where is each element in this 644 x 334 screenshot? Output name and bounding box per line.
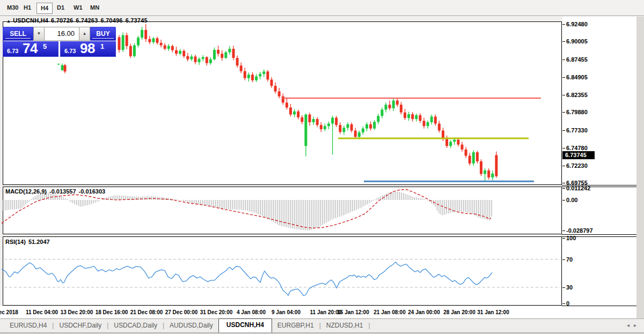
- time-axis-label: 4 Jan 08:00: [237, 309, 266, 315]
- one-click-trade-panel: SELL ▼ 16.00 ▲ BUY 6.73 74 5 6.73 98 1: [3, 27, 116, 57]
- price-axis-label: 6.92480: [566, 21, 588, 27]
- rsi-axis-label: 70: [566, 256, 573, 263]
- chart-title: ▲USDCNH,H46.707266.742636.704966.73745: [6, 17, 150, 24]
- time-axis-label: 13 Dec 20:00: [61, 309, 93, 315]
- time-axis-label: 11 Dec 04:00: [26, 309, 58, 315]
- window-edge-strip: [636, 16, 644, 318]
- price-axis-tick: [562, 24, 565, 25]
- price-axis-label: 6.74780: [566, 145, 588, 151]
- tab-separator: |: [368, 322, 370, 332]
- rsi-axis-tick: [562, 238, 565, 239]
- timeframe-button-mn[interactable]: MN: [86, 3, 103, 14]
- sell-price-base: 6.73: [7, 48, 18, 54]
- time-axis-label: 18 Dec 16:00: [96, 309, 128, 315]
- symbol-name: USDCNH,H4: [13, 17, 48, 24]
- sell-price-point: 5: [43, 42, 47, 50]
- chart-tab-usdcnh-h4[interactable]: USDCNH,H4: [218, 318, 272, 332]
- rsi-axis-label: 100: [566, 235, 576, 241]
- chart-tab-usdcad-daily[interactable]: USDCAD,Daily: [108, 320, 163, 332]
- price-axis-tick: [562, 41, 565, 42]
- volume-input[interactable]: 16.00: [45, 27, 79, 41]
- price-axis-label: 6.72230: [566, 162, 588, 169]
- rsi-name: RSI(14): [5, 239, 26, 245]
- chart-tab-eurusd-h4[interactable]: EURUSD,H4: [4, 320, 52, 332]
- macd-axis-tick: [562, 188, 565, 189]
- rsi-label: RSI(14)51.2047: [5, 239, 53, 245]
- buy-price-pips: 98: [80, 40, 95, 57]
- rsi-value: 51.2047: [28, 239, 50, 245]
- price-axis-label: 6.82355: [566, 92, 588, 98]
- buy-quote[interactable]: 6.73 98 1: [60, 41, 116, 57]
- high-value: 6.74263: [76, 17, 98, 24]
- price-axis-tick: [562, 112, 565, 113]
- macd-value-1: -0.013557: [49, 188, 76, 195]
- open-value: 6.70726: [51, 17, 73, 24]
- chart-tab-bar: EURUSD,H4|USDCHF,Daily|USDCAD,Daily|AUDU…: [0, 318, 644, 332]
- price-axis-tick: [562, 60, 565, 60]
- macd-axis-tick: [562, 200, 565, 201]
- timeframe-button-w1[interactable]: W1: [70, 3, 86, 14]
- macd-axis-label: 0.00: [566, 197, 577, 203]
- toolbar-divider: [0, 16, 644, 17]
- macd-axis-tick: [562, 231, 565, 231]
- timeframe-toolbar: M30H1H4D1W1MN: [0, 0, 644, 16]
- low-value: 6.70496: [100, 17, 122, 24]
- price-axis-label: 6.87455: [566, 56, 588, 63]
- macd-axis-label: -0.028797: [566, 227, 593, 234]
- time-axis-label: 31 Dec 20:00: [200, 309, 233, 315]
- tab-scroll-right-icon[interactable]: ▸: [634, 322, 641, 328]
- time-axis-label: 6 Dec 2018: [0, 309, 18, 315]
- buy-price-point: 1: [100, 42, 104, 50]
- chart-tab-eurgbp-h1[interactable]: EURGBP,H1: [272, 320, 319, 332]
- time-axis: 6 Dec 201811 Dec 04:0013 Dec 20:0018 Dec…: [0, 306, 636, 318]
- timeframe-button-d1[interactable]: D1: [53, 3, 68, 14]
- rsi-axis-label: 0: [566, 300, 569, 307]
- price-axis-label: 6.77330: [566, 127, 588, 133]
- time-axis-label: 21 Jan 08:00: [374, 309, 406, 315]
- macd-name: MACD(12,26,9): [5, 188, 47, 195]
- rsi-axis-label: 30: [566, 284, 573, 291]
- chart-tab-usdchf-daily[interactable]: USDCHF,Daily: [54, 320, 107, 332]
- time-axis-label: 24 Jan 00:00: [408, 309, 440, 315]
- current-price-badge: 6.73745: [562, 151, 595, 159]
- time-axis-label: 28 Jan 20:00: [443, 309, 475, 315]
- time-axis-label: 9 Jan 04:00: [272, 309, 301, 315]
- timeframe-button-h4[interactable]: H4: [36, 3, 53, 14]
- price-axis-label: 6.84905: [566, 74, 588, 80]
- chart-tab-audusd-daily[interactable]: AUDUSD,Daily: [164, 320, 218, 332]
- price-axis-tick: [562, 77, 565, 78]
- close-value: 6.73745: [126, 17, 148, 24]
- price-axis-label: 6.90005: [566, 38, 588, 44]
- rsi-axis-tick: [562, 287, 565, 288]
- tab-scroll-arrows[interactable]: ◂▸: [627, 322, 641, 328]
- price-axis-label: 6.79880: [566, 109, 588, 115]
- tab-scroll-left-icon[interactable]: ◂: [627, 322, 634, 328]
- macd-label: MACD(12,26,9)-0.013557-0.016303: [5, 188, 108, 195]
- time-axis-label: 21 Dec 08:00: [130, 309, 163, 315]
- price-axis-tick: [562, 148, 565, 149]
- price-axis-tick: [562, 183, 565, 183]
- rsi-axis-tick: [562, 259, 565, 260]
- sell-button[interactable]: SELL: [3, 27, 33, 41]
- buy-price-base: 6.73: [64, 48, 76, 54]
- chart-tab-nzdusd-h1[interactable]: NZDUSD,H1: [321, 320, 369, 332]
- sell-price-pips: 74: [23, 40, 38, 57]
- time-axis-label: 27 Dec 00:00: [165, 309, 198, 315]
- macd-value-2: -0.016303: [79, 188, 106, 195]
- price-axis-tick: [562, 166, 565, 166]
- rsi-pane[interactable]: [3, 236, 562, 306]
- spread-increase-button[interactable]: ▲: [79, 27, 90, 41]
- price-axis-tick: [562, 95, 565, 95]
- time-axis-label: 31 Jan 12:00: [477, 309, 509, 315]
- spread-decrease-button[interactable]: ▼: [33, 27, 45, 41]
- time-axis-label: 16 Jan 12:00: [337, 309, 369, 315]
- panel-expander-icon[interactable]: ▲: [6, 19, 11, 24]
- price-axis-tick: [562, 130, 565, 131]
- timeframe-button-h1[interactable]: H1: [20, 3, 35, 14]
- rsi-axis-tick: [562, 303, 565, 304]
- buy-button[interactable]: BUY: [90, 27, 116, 41]
- macd-axis-label: 0.011242: [566, 185, 590, 191]
- sell-quote[interactable]: 6.73 74 5: [3, 41, 58, 57]
